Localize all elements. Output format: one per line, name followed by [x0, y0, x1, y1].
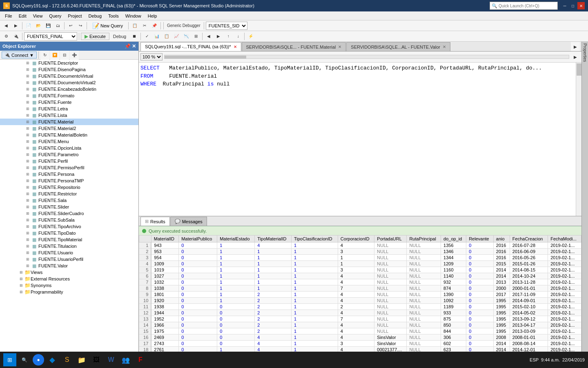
oe-close-btn[interactable]: ✕	[132, 43, 136, 49]
tab-fuente-material[interactable]: SERVIDORBISA\SQLE... - FUENTE.Material ✕	[242, 42, 346, 51]
table-fuente-material2[interactable]: ⊞ ▦ FUENTE.Material2	[0, 125, 138, 132]
table-row[interactable]: 6102701114NULLNULL1140020142014-10-24201…	[139, 273, 581, 279]
table-fuente-material[interactable]: ⊞ ▦ FUENTE.Material	[0, 119, 138, 125]
oe-connect-button[interactable]: 🔌 Connect ▼	[2, 52, 37, 58]
save-all-btn[interactable]: 🗂	[53, 21, 62, 30]
taskbar-teams[interactable]: 👥	[119, 353, 132, 366]
table-fuente-documentovirtual[interactable]: ⊞ ▦ FUENTE.DocumentoVirtual	[0, 73, 138, 79]
close-button[interactable]: ✕	[577, 2, 585, 9]
debugger-btn[interactable]: Generic Debugger	[165, 21, 202, 30]
editor-v-thumb[interactable]	[577, 63, 581, 76]
toolbar-btn4[interactable]: 📋	[162, 32, 171, 41]
paste-btn[interactable]: 📌	[150, 21, 159, 30]
oe-refresh-btn[interactable]: ↻	[40, 51, 49, 60]
table-row[interactable]: 194301414NULLNULL1356020162016-07-282019…	[139, 242, 581, 249]
taskbar-search[interactable]: 🔍	[18, 353, 31, 366]
tab-close-icon[interactable]: ✕	[338, 45, 341, 49]
new-file-btn[interactable]: 📄	[24, 21, 33, 30]
debug-button[interactable]: Debug	[110, 32, 129, 41]
table-fuente-tipoarchivo[interactable]: ⊞ ▦ FUENTE.TipoArchivo	[0, 223, 138, 230]
menu-window[interactable]: Window	[122, 13, 145, 19]
menu-tools[interactable]: Tools	[105, 13, 122, 19]
taskbar-filezilla[interactable]: F	[134, 353, 147, 366]
editor-h-thumb[interactable]	[165, 56, 246, 58]
results-tab-messages[interactable]: 💬 Messages	[170, 217, 207, 226]
menu-file[interactable]: File	[2, 13, 16, 19]
folder-programmability[interactable]: ⊞ 📁 Programmability	[0, 289, 138, 295]
toolbar-btn11[interactable]: ↓	[234, 32, 243, 41]
save-btn[interactable]: 💾	[44, 21, 53, 30]
maximize-button[interactable]: □	[569, 2, 577, 9]
table-row[interactable]: 7103201114NULLNULL932020132013-11-282019…	[139, 279, 581, 285]
folder-external-resources[interactable]: ⊞ 📁 External Resources	[0, 276, 138, 282]
forward-btn[interactable]: ▶	[11, 21, 20, 30]
table-fuente-formato[interactable]: ⊞ ▦ FUENTE.Formato	[0, 92, 138, 99]
menu-query[interactable]: Query	[46, 13, 65, 19]
properties-panel[interactable]: Properties	[581, 42, 588, 368]
taskbar-vscode[interactable]: ◆	[46, 353, 59, 366]
table-row[interactable]: 9180101214NULLNULL1390020172017-11-09201…	[139, 292, 581, 298]
taskbar-ssms[interactable]: S	[60, 353, 74, 366]
results-grid[interactable]: MaterialID MaterialPublico MaterialEstad…	[139, 235, 581, 359]
table-fuente-materialboletin[interactable]: ⊞ ▦ FUENTE.MaterialBoletin	[0, 132, 138, 138]
undo-btn[interactable]: ↩	[66, 21, 75, 30]
menu-help[interactable]: Help	[145, 13, 160, 19]
table-row[interactable]: 295301113NULLNULL1346020162016-06-092019…	[139, 249, 581, 255]
scroll-right-btn[interactable]: ▶	[571, 52, 580, 61]
folder-synonyms[interactable]: ⊞ 📁 Synonyms	[0, 282, 138, 289]
table-fuente-documentovirtual2[interactable]: ⊞ ▦ FUENTE.DocumentoVirtual2	[0, 79, 138, 86]
folder-views[interactable]: ⊞ 📁 Views	[0, 269, 138, 276]
table-fuente-titulacion[interactable]: ⊞ ▦ FUENTE.Titulacion	[0, 243, 138, 249]
table-fuente-descriptor[interactable]: ⊞ ▦ FUENTE.Descriptor	[0, 60, 138, 66]
menu-debug[interactable]: Debug	[85, 13, 105, 19]
table-fuente-slider[interactable]: ⊞ ▦ FUENTE.Slider	[0, 204, 138, 210]
table-fuente-repositorio[interactable]: ⊞ ▦ FUENTE.Repositorio	[0, 184, 138, 191]
table-fuente-restrictor[interactable]: ⊞ ▦ FUENTE.Restrictor	[0, 191, 138, 197]
menu-edit[interactable]: Edit	[16, 13, 30, 19]
menu-project[interactable]: Project	[65, 13, 85, 19]
table-row[interactable]: 15197500214NULLNULL844019952013-03-09201…	[139, 328, 581, 334]
execute-button[interactable]: ▶ Execute	[81, 33, 109, 40]
toolbar-btn3[interactable]: 📊	[152, 32, 161, 41]
toolbar-btn9[interactable]: ▶	[214, 32, 223, 41]
toolbar-btn10[interactable]: ↑	[224, 32, 233, 41]
tab-fuente-valor[interactable]: SERVIDORBISA\SQLE...AL - FUENTE.Valor ✕	[346, 42, 450, 51]
table-fuente-parametro[interactable]: ⊞ ▦ FUENTE.Parametro	[0, 151, 138, 158]
toolbar2-btn2[interactable]: 🔌	[11, 32, 20, 41]
oe-collapse-btn[interactable]: ⊟	[60, 51, 69, 60]
parse-btn[interactable]: ✓	[143, 32, 151, 41]
cut-btn[interactable]: ✂	[140, 21, 149, 30]
toolbar-btn12[interactable]: ⚡	[246, 32, 255, 41]
redo-btn[interactable]: ↪	[76, 21, 85, 30]
table-fuente-perfil[interactable]: ⊞ ▦ FUENTE.Perfil	[0, 158, 138, 164]
toolbar-btn5[interactable]: 📈	[172, 32, 181, 41]
table-row[interactable]: 16246900414SinsValorNULL306020082008-01-…	[139, 334, 581, 341]
table-fuente-lista[interactable]: ⊞ ▦ FUENTE.Lista	[0, 112, 138, 119]
table-row[interactable]: 12194400214NULLNULL933019952014-05-02201…	[139, 310, 581, 316]
table-fuente-tipodato[interactable]: ⊞ ▦ FUENTE.TipoDato	[0, 230, 138, 236]
table-fuente-fuente[interactable]: ⊞ ▦ FUENTE.Fuente	[0, 99, 138, 105]
table-row[interactable]: 10192001214NULLNULL1092019952014-09-0120…	[139, 298, 581, 304]
tab-scroll-right[interactable]: ▶	[571, 42, 580, 51]
table-fuente-usuarioperfil[interactable]: ⊞ ▦ FUENTE.UsuarioPerfil	[0, 256, 138, 263]
taskbar-explorer[interactable]: 📁	[75, 353, 88, 366]
stop-btn[interactable]: ⏹	[130, 32, 139, 41]
table-row[interactable]: 8103801117NULLNULL874020002000-01-012019…	[139, 285, 581, 292]
table-fuente-personatmp[interactable]: ⊞ ▦ FUENTE.PersonaTMP	[0, 177, 138, 184]
back-btn[interactable]: ◀	[2, 21, 11, 30]
fuentes-sid-dropdown[interactable]: FUENTES_SID	[206, 22, 247, 30]
taskbar-pictures[interactable]: 🖼	[90, 353, 103, 366]
editor[interactable]: SELECT MaterialPublico, MaterialEstado, …	[139, 63, 581, 216]
taskbar-word[interactable]: W	[105, 353, 118, 366]
table-fuente-encabezadoboletin[interactable]: ⊞ ▦ FUENTE.EncabezadoBoletin	[0, 86, 138, 92]
table-fuente-sala[interactable]: ⊞ ▦ FUENTE.Sala	[0, 197, 138, 204]
table-fuente-permisoperfil[interactable]: ⊞ ▦ FUENTE.PermisoPerfil	[0, 164, 138, 171]
table-fuente-letra[interactable]: ⊞ ▦ FUENTE.Letra	[0, 105, 138, 112]
toolbar-btn6[interactable]: 📉	[182, 32, 191, 41]
new-query-button[interactable]: 📝 New Query	[89, 21, 127, 30]
table-fuente-disenopagina[interactable]: ⊞ ▦ FUENTE.DisenoPagina	[0, 66, 138, 73]
table-fuente-persona[interactable]: ⊞ ▦ FUENTE.Persona	[0, 171, 138, 177]
table-row[interactable]: 11193800212NULLNULL1189019952015-02-1020…	[139, 304, 581, 310]
oe-new-btn[interactable]: ➕	[70, 51, 79, 60]
editor-h-scroll[interactable]	[164, 55, 569, 59]
